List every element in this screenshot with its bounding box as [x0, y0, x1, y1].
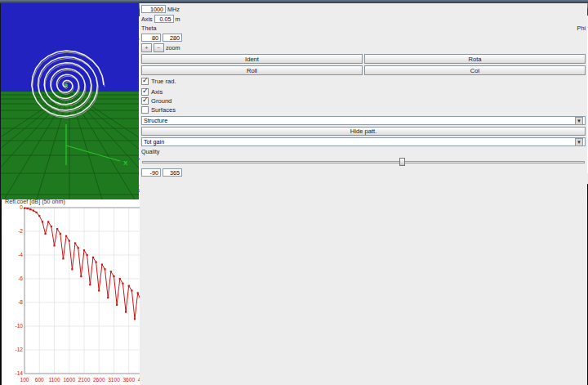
svg-text:X: X	[123, 159, 128, 167]
zoom-label: zoom	[166, 44, 180, 51]
3d-theta-field[interactable]: 80	[141, 34, 161, 42]
svg-text:-14: -14	[15, 370, 23, 376]
checkbox-label: Surfaces	[151, 106, 176, 114]
3d-view-checks: AxisGroundSurfaces	[141, 87, 586, 114]
svg-text:-6: -6	[18, 275, 23, 281]
window-3d-viewer: X 1000 MHz Axis 0.05 m Theta Phi 80 280 …	[0, 0, 191, 202]
3d-controls-panel: 1000 MHz Axis 0.05 m Theta Phi 80 280 + …	[140, 3, 587, 385]
roll-button[interactable]: Roll	[141, 65, 363, 75]
3d-phi-label: Phi	[577, 25, 586, 32]
svg-text:2100: 2100	[78, 377, 91, 383]
3d-axis-field[interactable]: 0.05	[154, 15, 174, 23]
checkbox-box	[141, 106, 149, 114]
3d-frequency-unit: MHz	[167, 6, 180, 13]
3d-phi-field[interactable]: 280	[163, 34, 182, 42]
svg-text:600: 600	[35, 377, 44, 383]
ident-button[interactable]: Ident	[141, 54, 363, 64]
svg-text:-2: -2	[18, 228, 23, 234]
3d-theta-label: Theta	[141, 25, 156, 32]
svg-text:2600: 2600	[93, 377, 105, 383]
view-angle-1-field[interactable]: -90	[141, 168, 161, 177]
checkbox-box	[141, 78, 149, 85]
rotate-button[interactable]: Rota	[364, 54, 586, 64]
svg-text:-10: -10	[15, 323, 23, 329]
slider-thumb[interactable]	[399, 158, 405, 166]
chevron-down-icon: ▼	[575, 117, 583, 125]
zoom-in-icon[interactable]: +	[141, 43, 152, 52]
3d-axis-unit: m	[176, 16, 180, 23]
svg-text:0: 0	[20, 204, 23, 210]
3d-frequency-field[interactable]: 1000	[141, 5, 166, 13]
checkbox-box	[141, 88, 149, 96]
quality-label: Quality	[141, 148, 586, 155]
ground-checkbox[interactable]: Ground	[141, 96, 586, 105]
svg-text:-4: -4	[18, 252, 23, 257]
quality-slider[interactable]	[141, 157, 586, 167]
view-angle-2-field[interactable]: 365	[163, 168, 182, 177]
svg-text:1100: 1100	[48, 377, 60, 383]
svg-text:3100: 3100	[108, 377, 120, 383]
axis-checkbox[interactable]: Axis	[141, 87, 586, 96]
3d-viewport[interactable]: X	[1, 3, 139, 199]
hide-pattern-button[interactable]: Hide patt.	[141, 127, 586, 136]
svg-text:3600: 3600	[122, 377, 135, 383]
zoom-out-icon[interactable]: −	[154, 43, 164, 52]
checkbox-box	[141, 97, 149, 105]
true-rad-checkbox[interactable]: True rad.	[141, 77, 586, 86]
3d-axis-label: Axis	[141, 16, 153, 23]
chevron-down-icon: ▼	[575, 138, 583, 146]
svg-text:-12: -12	[15, 347, 23, 352]
structure-select-value: Structure	[144, 117, 167, 124]
tot-gain-select-value: Tot gain	[144, 138, 164, 145]
tot-gain-select[interactable]: Tot gain ▼	[141, 137, 586, 146]
surfaces-checkbox[interactable]: Surfaces	[141, 105, 586, 114]
checkbox-label: Axis	[151, 88, 163, 96]
svg-text:100: 100	[20, 377, 29, 383]
color-button[interactable]: Col	[364, 65, 586, 75]
structure-select[interactable]: Structure ▼	[141, 116, 586, 125]
checkbox-label: True rad.	[151, 78, 176, 85]
desktop: Gain/SWR/Impedance (F5) – □ ✕ ShowViewV/…	[0, 0, 588, 385]
checkbox-label: Ground	[151, 97, 172, 105]
svg-text:1600: 1600	[63, 377, 75, 383]
svg-text:-8: -8	[18, 299, 23, 305]
slider-groove	[142, 161, 585, 163]
